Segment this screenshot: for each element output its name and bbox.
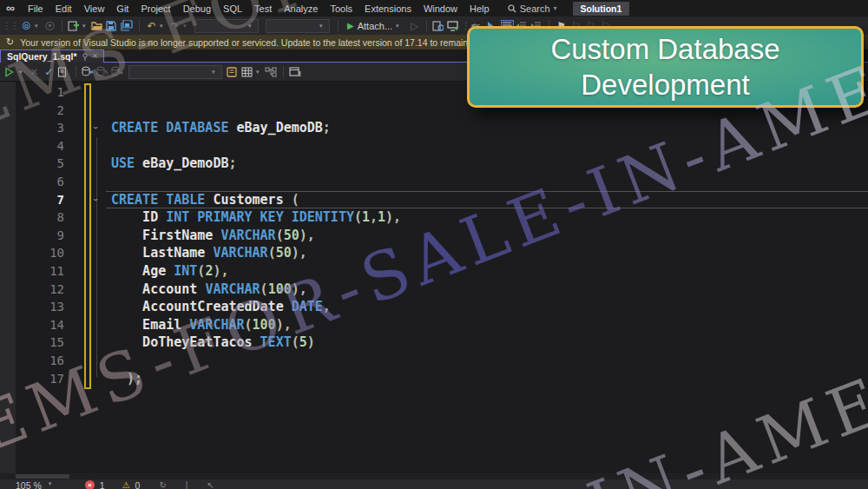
code-line-12[interactable]: 12 Account VARCHAR(100), [0,281,868,299]
open-file-button[interactable] [91,21,104,31]
code-line-4[interactable]: 4 [0,137,868,155]
tab-sqlquery[interactable]: SqlQuery_1.sql* × [0,50,104,63]
menu-sql[interactable]: SQL [217,3,248,14]
menu-view[interactable]: View [78,3,111,14]
menu-extensions[interactable]: Extensions [358,3,418,14]
scrollbar-thumb[interactable] [16,474,69,479]
code-text: ); [111,370,868,388]
horizontal-scrollbar[interactable] [0,473,868,479]
code-line-17[interactable]: 17 ); [0,370,868,388]
parse-query-button[interactable]: ✓ [43,64,56,80]
code-text: DoTheyEatTacos TEXT(5) [111,334,868,352]
toolbar-separator [76,66,76,77]
code-text: ID INT PRIMARY KEY IDENTITY(1,1), [111,208,868,227]
navigate-forward-button[interactable]: ⦿ [43,18,56,34]
save-all-button[interactable] [121,20,134,31]
error-icon: × [85,480,95,489]
code-line-3[interactable]: 3›CREATE DATABASE eBay_DemoDB; [0,119,868,137]
redo-caret-icon[interactable]: ▾ [183,23,190,30]
code-line-15[interactable]: 15 DoTheyEatTacos TEXT(5) [0,334,868,352]
fold-gutter [64,173,111,191]
code-text: LastName VARCHAR(50), [111,244,868,262]
fold-gutter [64,352,111,370]
menu-debug[interactable]: Debug [177,3,217,14]
code-line-6[interactable]: 6 [0,173,868,191]
undo-caret-icon[interactable]: ▾ [160,23,167,30]
configuration-dropdown[interactable]: ▾ [194,19,259,33]
start-without-debugging-button[interactable]: ▷ [408,18,421,34]
start-attach-button[interactable]: ▶ Attach... ▾ [347,21,403,31]
save-button[interactable] [106,21,119,31]
display-monitor-button[interactable] [447,21,460,31]
arrow-icon[interactable]: ↖ [207,480,214,489]
menu-window[interactable]: Window [418,3,464,14]
menu-project[interactable]: Project [135,3,176,14]
code-line-13[interactable]: 13 AccountCreatedDate DATE, [0,298,868,316]
line-number: 17 [0,370,64,388]
zoom-caret-icon[interactable]: ▾ [49,480,56,487]
new-project-button[interactable] [68,20,81,31]
code-line-9[interactable]: 9 FirstName VARCHAR(50), [0,227,868,245]
code-line-5[interactable]: 5USE eBay_DemoDB; [0,155,868,173]
zoom-level[interactable]: 105 % [16,480,42,489]
code-line-7[interactable]: 7›CREATE TABLE Customers ( [0,191,868,209]
new-query-button[interactable] [227,67,240,77]
fold-gutter [64,102,111,120]
collapse-chevron-icon[interactable]: › [90,195,101,205]
execute-caret-icon[interactable]: ▾ [19,69,26,76]
code-line-8[interactable]: 8 ID INT PRIMARY KEY IDENTITY(1,1), [0,208,868,227]
code-line-14[interactable]: 14 Email VARCHAR(100), [0,316,868,334]
fold-gutter [64,298,111,316]
editor-status-strip: 105 % ▾ × 1 ⚠ 0 ↻ | ↖ [0,479,868,489]
query-options-button[interactable]: ! [289,67,302,77]
collapse-chevron-icon[interactable]: › [90,122,101,133]
solution-badge[interactable]: Solution1 [573,2,630,16]
close-tab-icon[interactable]: × [93,52,98,61]
fold-gutter [64,155,111,173]
menu-analyze[interactable]: Analyze [278,3,324,14]
search-control[interactable]: Search ▾ [508,3,561,14]
execute-query-button[interactable] [4,67,17,77]
estimated-plan-button[interactable] [265,67,278,77]
undo-button[interactable]: ↶ [145,18,158,34]
open-query-file-button[interactable] [57,67,70,77]
custom-database-development-banner: Custom Database Development [467,26,864,108]
warning-count[interactable]: 0 [135,480,141,489]
redo-button[interactable]: ↷ [168,18,181,34]
connect-database-button[interactable] [82,66,95,77]
menu-test[interactable]: Test [248,3,278,14]
change-connection-button[interactable] [111,66,124,77]
pin-icon[interactable] [82,53,89,61]
cancel-query-button[interactable]: ✕ [28,64,41,80]
menu-help[interactable]: Help [464,3,496,14]
results-caret-icon[interactable]: ▾ [256,69,263,76]
disconnect-database-button[interactable] [96,66,109,77]
database-selector-dropdown[interactable]: ▾ [128,65,222,79]
navigate-back-caret-icon[interactable]: ▾ [35,23,42,30]
menu-edit[interactable]: Edit [49,3,78,14]
menu-tools[interactable]: Tools [324,3,358,14]
banner-line-2: Development [581,67,749,102]
menu-file[interactable]: File [22,3,49,14]
toolbar-drag-handle[interactable]: ⋮⋮ [3,21,18,30]
menu-git[interactable]: Git [110,3,135,14]
platform-dropdown[interactable]: ▾ [266,19,330,33]
title-bar: ∞ FileEditViewGitProjectDebugSQLTestAnal… [0,0,868,17]
code-line-10[interactable]: 10 LastName VARCHAR(50), [0,244,868,262]
code-line-11[interactable]: 11 Age INT(2), [0,262,868,281]
code-lines: 123›CREATE DATABASE eBay_DemoDB;45USE eB… [0,83,868,387]
navigate-back-button[interactable]: ⦾ [20,18,33,34]
refresh-icon[interactable]: ↻ [159,480,166,489]
code-editor[interactable]: 123›CREATE DATABASE eBay_DemoDB;45USE eB… [0,82,868,473]
search-caret-icon: ▾ [554,4,561,12]
file-properties-button[interactable] [432,21,445,31]
error-count[interactable]: 1 [100,480,105,489]
new-project-caret-icon[interactable]: ▾ [82,23,89,30]
code-text: USE eBay_DemoDB; [111,155,868,173]
line-number: 12 [0,281,64,299]
code-line-16[interactable]: 16 [0,352,868,370]
results-to-grid-button[interactable] [241,67,254,77]
fold-gutter [64,316,111,334]
fold-gutter [64,83,111,102]
code-text [111,173,868,191]
